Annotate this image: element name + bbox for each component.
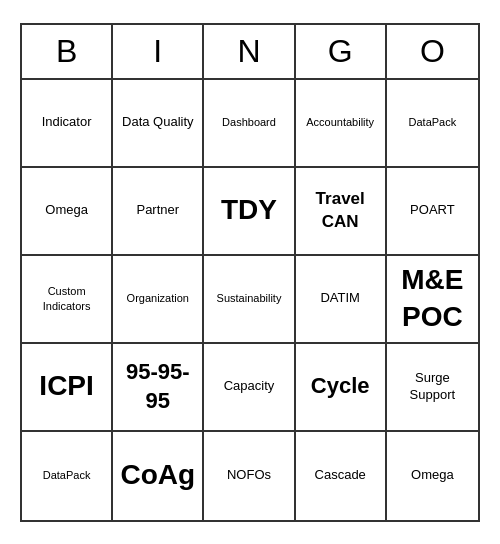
bingo-cell: Cascade — [296, 432, 387, 520]
bingo-grid: IndicatorData QualityDashboardAccountabi… — [22, 80, 478, 520]
bingo-card: BINGO IndicatorData QualityDashboardAcco… — [20, 23, 480, 522]
bingo-cell: Dashboard — [204, 80, 295, 168]
bingo-cell: Omega — [22, 168, 113, 256]
bingo-cell: TDY — [204, 168, 295, 256]
bingo-cell: ICPI — [22, 344, 113, 432]
bingo-cell: Data Quality — [113, 80, 204, 168]
bingo-cell: Sustainability — [204, 256, 295, 344]
bingo-cell: Cycle — [296, 344, 387, 432]
bingo-cell: 95-95-95 — [113, 344, 204, 432]
bingo-cell: NOFOs — [204, 432, 295, 520]
header-letter: N — [204, 25, 295, 78]
bingo-cell: Surge Support — [387, 344, 478, 432]
bingo-cell: Accountability — [296, 80, 387, 168]
header-letter: B — [22, 25, 113, 78]
bingo-cell: DATIM — [296, 256, 387, 344]
bingo-cell: M&E POC — [387, 256, 478, 344]
bingo-header: BINGO — [22, 25, 478, 80]
bingo-cell: DataPack — [387, 80, 478, 168]
header-letter: O — [387, 25, 478, 78]
header-letter: G — [296, 25, 387, 78]
bingo-cell: Travel CAN — [296, 168, 387, 256]
bingo-cell: Omega — [387, 432, 478, 520]
bingo-cell: Partner — [113, 168, 204, 256]
bingo-cell: Custom Indicators — [22, 256, 113, 344]
bingo-cell: POART — [387, 168, 478, 256]
bingo-cell: DataPack — [22, 432, 113, 520]
bingo-cell: CoAg — [113, 432, 204, 520]
bingo-cell: Indicator — [22, 80, 113, 168]
header-letter: I — [113, 25, 204, 78]
bingo-cell: Organization — [113, 256, 204, 344]
bingo-cell: Capacity — [204, 344, 295, 432]
